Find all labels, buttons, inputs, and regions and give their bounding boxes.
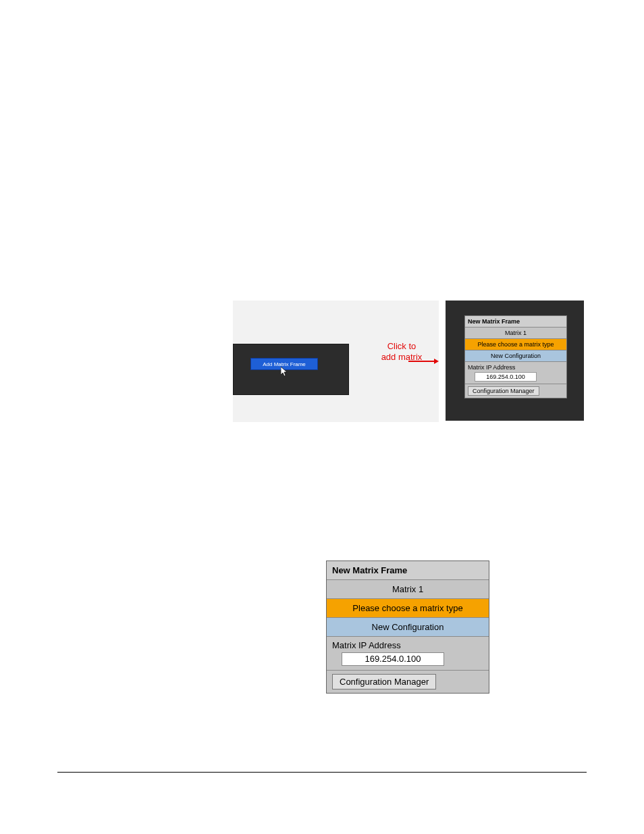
new-configuration-button[interactable]: New Configuration xyxy=(327,617,489,636)
configuration-manager-button[interactable]: Configuration Manager xyxy=(468,386,539,396)
new-matrix-frame-panel-large: New Matrix Frame Matrix 1 Please choose … xyxy=(326,561,489,694)
ip-address-label: Matrix IP Address xyxy=(332,640,401,650)
svg-marker-0 xyxy=(281,367,287,376)
matrix-name-field[interactable]: Matrix 1 xyxy=(465,327,566,338)
config-manager-row: Configuration Manager xyxy=(465,384,566,398)
document-page: Add Matrix Frame Click to add matrix xyxy=(0,0,644,834)
arrow-icon xyxy=(408,359,439,364)
app-window-left: Add Matrix Frame xyxy=(233,344,349,395)
configuration-manager-button[interactable]: Configuration Manager xyxy=(332,674,436,689)
ip-address-input[interactable]: 169.254.0.100 xyxy=(342,652,444,666)
figure-add-matrix: Add Matrix Frame Click to add matrix xyxy=(233,301,584,422)
choose-matrix-type-button[interactable]: Please choose a matrix type xyxy=(465,338,566,350)
ip-address-row: Matrix IP Address 169.254.0.100 xyxy=(327,636,489,670)
new-configuration-button[interactable]: New Configuration xyxy=(465,350,566,361)
panel-title: New Matrix Frame xyxy=(327,561,489,579)
ip-address-input[interactable]: 169.254.0.100 xyxy=(475,372,537,382)
app-window-right: New Matrix Frame Matrix 1 Please choose … xyxy=(446,301,584,421)
annotation-line-1: Click to xyxy=(365,341,439,352)
ip-address-label: Matrix IP Address xyxy=(468,364,515,371)
ip-address-row: Matrix IP Address 169.254.0.100 xyxy=(465,361,566,384)
panel-title: New Matrix Frame xyxy=(465,316,566,327)
config-manager-row: Configuration Manager xyxy=(327,670,489,693)
new-matrix-frame-panel-small: New Matrix Frame Matrix 1 Please choose … xyxy=(464,315,567,398)
matrix-name-field[interactable]: Matrix 1 xyxy=(327,579,489,598)
choose-matrix-type-button[interactable]: Please choose a matrix type xyxy=(327,598,489,617)
content-area: Add Matrix Frame Click to add matrix xyxy=(57,0,587,834)
footer-divider xyxy=(57,772,587,773)
